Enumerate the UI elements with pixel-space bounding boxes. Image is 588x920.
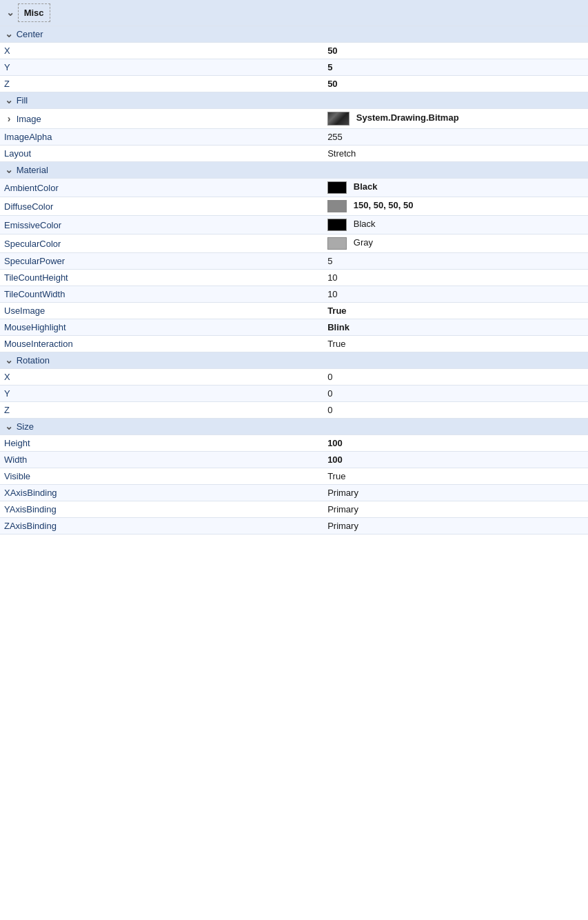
material-label: Material — [17, 165, 48, 175]
use-image-value: True — [323, 303, 588, 319]
center-section-row: Center — [0, 26, 588, 43]
center-y-row: Y 5 — [0, 59, 588, 76]
mouse-highlight-row: MouseHighlight Blink — [0, 319, 588, 336]
tile-count-width-label: TileCountWidth — [0, 286, 323, 303]
size-width-label: Width — [0, 452, 323, 468]
z-axis-binding-label: ZAxisBinding — [0, 518, 323, 534]
size-label: Size — [17, 421, 34, 432]
size-expand-icon[interactable] — [4, 421, 14, 431]
tile-count-width-value: 10 — [323, 286, 588, 303]
tile-count-width-row: TileCountWidth 10 — [0, 286, 588, 303]
center-x-row: X 50 — [0, 43, 588, 59]
ambient-color-value: Black — [323, 179, 588, 197]
rotation-x-row: X 0 — [0, 369, 588, 386]
ambient-color-swatch — [327, 181, 347, 194]
tile-count-height-row: TileCountHeight 10 — [0, 270, 588, 286]
y-axis-binding-value: Primary — [323, 501, 588, 518]
fill-label: Fill — [17, 95, 28, 106]
visible-value: True — [323, 468, 588, 485]
center-label: Center — [17, 29, 43, 39]
rotation-z-value: 0 — [323, 402, 588, 419]
fill-image-alpha-label: ImageAlpha — [0, 129, 323, 146]
fill-image-alpha-value: 255 — [323, 129, 588, 146]
fill-image-label: Image — [0, 109, 323, 129]
fill-layout-row: Layout Stretch — [0, 146, 588, 162]
specular-power-label: SpecularPower — [0, 253, 323, 270]
rotation-z-label: Z — [0, 402, 323, 419]
material-expand-icon[interactable] — [4, 165, 14, 174]
specular-color-label: SpecularColor — [0, 234, 323, 253]
center-y-label: Y — [0, 59, 323, 76]
visible-label: Visible — [0, 468, 323, 485]
emissive-color-swatch — [327, 219, 347, 231]
tile-count-height-value: 10 — [323, 270, 588, 286]
z-axis-binding-row: ZAxisBinding Primary — [0, 518, 588, 534]
use-image-label: UseImage — [0, 303, 323, 319]
material-section-row: Material — [0, 162, 588, 179]
emissive-color-label: EmissiveColor — [0, 216, 323, 234]
center-z-value: 50 — [323, 76, 588, 92]
specular-color-value: Gray — [323, 234, 588, 253]
center-x-label: X — [0, 43, 323, 59]
fill-image-alpha-row: ImageAlpha 255 — [0, 129, 588, 146]
y-axis-binding-label: YAxisBinding — [0, 501, 323, 518]
misc-expand-icon[interactable] — [6, 8, 15, 17]
specular-power-row: SpecularPower 5 — [0, 253, 588, 270]
fill-layout-label: Layout — [0, 146, 323, 162]
fill-image-row: Image System.Drawing.Bitmap — [0, 109, 588, 129]
rotation-x-label: X — [0, 369, 323, 386]
mouse-interaction-value: True — [323, 336, 588, 352]
y-axis-binding-row: YAxisBinding Primary — [0, 501, 588, 518]
center-x-value: 50 — [323, 43, 588, 59]
ambient-color-label: AmbientColor — [0, 179, 323, 197]
size-height-label: Height — [0, 435, 323, 452]
rotation-label: Rotation — [17, 355, 50, 366]
x-axis-binding-label: XAxisBinding — [0, 485, 323, 501]
rotation-section-row: Rotation — [0, 352, 588, 369]
property-grid: Misc Center X 50 Y 5 Z 50 Fill Image — [0, 0, 588, 534]
ambient-color-row: AmbientColor Black — [0, 179, 588, 197]
fill-expand-icon[interactable] — [4, 95, 14, 105]
misc-header-label: Misc — [18, 3, 50, 22]
x-axis-binding-value: Primary — [323, 485, 588, 501]
specular-color-row: SpecularColor Gray — [0, 234, 588, 253]
image-expand-icon[interactable] — [4, 114, 14, 123]
specular-color-swatch — [327, 237, 347, 250]
size-width-value: 100 — [323, 452, 588, 468]
size-width-row: Width 100 — [0, 452, 588, 468]
diffuse-color-value: 150, 50, 50, 50 — [323, 197, 588, 216]
rotation-y-row: Y 0 — [0, 386, 588, 402]
rotation-expand-icon[interactable] — [4, 355, 14, 365]
diffuse-color-label: DiffuseColor — [0, 197, 323, 216]
tile-count-height-label: TileCountHeight — [0, 270, 323, 286]
center-z-label: Z — [0, 76, 323, 92]
size-height-row: Height 100 — [0, 435, 588, 452]
x-axis-binding-row: XAxisBinding Primary — [0, 485, 588, 501]
visible-row: Visible True — [0, 468, 588, 485]
diffuse-color-row: DiffuseColor 150, 50, 50, 50 — [0, 197, 588, 216]
diffuse-color-swatch — [327, 200, 347, 212]
rotation-x-value: 0 — [323, 369, 588, 386]
size-height-value: 100 — [323, 435, 588, 452]
rotation-y-label: Y — [0, 386, 323, 402]
rotation-y-value: 0 — [323, 386, 588, 402]
misc-header-row: Misc — [0, 0, 588, 26]
mouse-interaction-label: MouseInteraction — [0, 336, 323, 352]
mouse-interaction-row: MouseInteraction True — [0, 336, 588, 352]
rotation-z-row: Z 0 — [0, 402, 588, 419]
specular-power-value: 5 — [323, 253, 588, 270]
fill-image-value: System.Drawing.Bitmap — [323, 109, 588, 129]
use-image-row: UseImage True — [0, 303, 588, 319]
center-expand-icon[interactable] — [4, 29, 14, 39]
mouse-highlight-label: MouseHighlight — [0, 319, 323, 336]
center-y-value: 5 — [323, 59, 588, 76]
fill-layout-value: Stretch — [323, 146, 588, 162]
mouse-highlight-value: Blink — [323, 319, 588, 336]
emissive-color-row: EmissiveColor Black — [0, 216, 588, 234]
bitmap-preview-icon — [327, 112, 349, 126]
z-axis-binding-value: Primary — [323, 518, 588, 534]
fill-section-row: Fill — [0, 92, 588, 109]
emissive-color-value: Black — [323, 216, 588, 234]
center-z-row: Z 50 — [0, 76, 588, 92]
size-section-row: Size — [0, 419, 588, 435]
